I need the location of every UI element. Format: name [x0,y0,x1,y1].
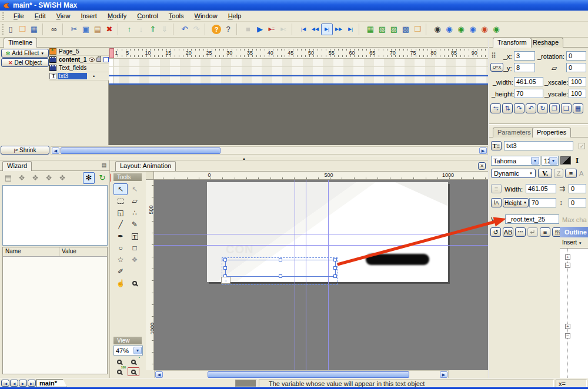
height-mode-button[interactable]: Height▼ [503,198,529,207]
text-type-select[interactable]: Dynamic▼ [491,169,536,178]
line-spacing-icon[interactable]: ↕ [559,199,563,207]
copy-icon[interactable]: ▣ [80,24,92,35]
line-tool[interactable]: ╱ [113,219,128,230]
subselect-tool[interactable]: ↖ [128,183,142,195]
timeline-track-row[interactable] [109,59,488,67]
font-select[interactable]: Tahoma▼ [491,156,540,166]
zoom-tool[interactable] [128,277,142,289]
context-help-icon[interactable]: ? [222,24,234,35]
var-input[interactable] [505,214,559,224]
lock-icon[interactable] [96,58,101,62]
selection-handle[interactable] [333,274,337,278]
xscale-input[interactable] [569,77,586,86]
anchor-mode-button[interactable]: O=X [490,63,503,72]
move-to-top-icon[interactable]: ⇑ [147,24,159,35]
autosize-icon[interactable]: ⅠA [491,198,502,207]
zoom-window-button[interactable] [113,357,125,366]
pen-tool[interactable]: ✒ [113,230,128,242]
canvas-scrollbar[interactable]: ◀ ▶ [154,370,449,378]
flip-horizontal-button[interactable]: ⇋ [490,103,501,113]
width-input[interactable] [526,184,556,193]
password-button[interactable]: *** [515,227,526,237]
add-effect-button[interactable]: ✻ Add Effect▼ [1,49,49,58]
height-input[interactable] [514,89,543,98]
select-tool[interactable]: ↖ [113,183,128,195]
tab-reshape[interactable]: Reshape [528,38,563,48]
text-direction-button[interactable]: ↺ [490,227,501,237]
italic-icon[interactable]: I [576,156,579,165]
insert-button-icon[interactable]: ▩ [400,24,412,35]
tab-layout-animation[interactable]: Layout: Animation [115,161,176,171]
align-button[interactable]: ≡ [565,169,577,178]
ellipse-tool[interactable]: ○ [113,242,128,254]
play-movie-icon[interactable]: ▶ [254,24,266,35]
tab-properties[interactable]: Properties [532,128,571,138]
rotation-input[interactable] [566,51,586,61]
indent-input[interactable] [569,184,586,193]
fit-scene-button[interactable] [128,367,139,376]
wizard-refresh-icon[interactable]: ↻ [96,172,108,184]
column-header-value[interactable]: Value [59,247,79,256]
yscale-input[interactable] [569,89,586,98]
rotate-cw-button[interactable]: ↷ [514,103,524,113]
selection-handle[interactable] [333,266,337,270]
shrink-button[interactable]: |« Shrink [1,146,49,155]
scroll-left-icon[interactable]: ◀ [52,147,59,154]
object-tool-1-icon[interactable]: ◉ [432,24,443,35]
font-size-select[interactable]: 12▼ [542,156,559,166]
expand-node-icon[interactable]: + [565,324,570,329]
tab-wizard[interactable]: Wizard [2,161,32,171]
menu-insert[interactable]: Insert [75,11,102,21]
open-file-icon[interactable]: ❒ [16,24,28,35]
copy-transform-button[interactable]: ❐ [549,103,560,113]
chevron-down-icon[interactable]: ▼ [549,157,557,165]
next-scene-button[interactable]: ▶ [19,380,27,387]
rotate-180-button[interactable]: ↻ [537,103,548,113]
timeline-track-row[interactable] [109,67,488,75]
html-text-button[interactable]: AB [503,227,513,237]
play-timeline-icon[interactable]: ▶≡ [266,24,278,35]
target-checkbox[interactable]: ✓ [579,143,585,149]
multiline-button[interactable]: ≡ [540,227,550,237]
star-tool[interactable]: ☆ [113,254,128,266]
menu-edit[interactable]: Edit [29,11,51,21]
insert-scene-icon[interactable]: ▦ [365,24,376,35]
close-layout-icon[interactable]: ✕ [478,162,486,170]
height-input[interactable] [529,198,556,207]
layer-txt3[interactable]: txt3• • • [49,72,109,81]
y-input[interactable] [514,63,535,72]
menu-tools[interactable]: Tools [163,11,189,21]
layer-Page_5[interactable]: Page_5 [49,48,109,56]
rotate-ccw-button[interactable]: ↶ [526,103,536,113]
outline-insert-select[interactable]: Insert ▼ [560,237,588,248]
selection-handle[interactable] [279,258,282,261]
paste-transform-button[interactable]: ❑ [561,103,572,113]
step-forward-icon[interactable]: ▶▶ [333,24,345,35]
selection-handle[interactable] [279,274,282,278]
playhead[interactable] [109,48,114,58]
column-header-name[interactable]: Name [3,247,59,256]
text-color-swatch[interactable] [560,156,571,165]
width-input[interactable] [514,77,543,86]
variable-button[interactable]: V. [538,169,552,178]
find-icon[interactable]: ∞ [48,24,60,35]
layer-content_1[interactable]: content_1 [49,56,109,64]
status-splitter[interactable] [235,380,257,387]
chevron-down-icon[interactable]: ▼ [531,157,539,165]
object-tool-6-icon[interactable]: ◉ [490,24,502,35]
insert-movieclip-icon[interactable]: ▨ [388,24,400,35]
outline-tree[interactable]: + − + − [560,248,588,378]
move-up-icon[interactable]: ↑ [123,24,135,35]
collapse-node-icon[interactable]: − [565,333,570,338]
menu-file[interactable]: File [8,11,29,21]
pencil-tool[interactable]: ✎ [128,219,142,230]
tab-parameters[interactable]: Parameters [493,128,536,138]
fill-transform-tool[interactable]: ◱ [113,207,128,219]
flip-vertical-button[interactable]: ⇅ [502,103,513,113]
line-spacing-input[interactable] [569,198,586,207]
frame-box-icon[interactable] [103,57,109,62]
anchor-grid-icon[interactable]: ⠿ [491,52,496,60]
rectangle-tool[interactable]: □ [128,242,142,254]
panel-splitter[interactable]: ▲ [0,156,488,160]
selection-handle[interactable] [333,258,337,261]
